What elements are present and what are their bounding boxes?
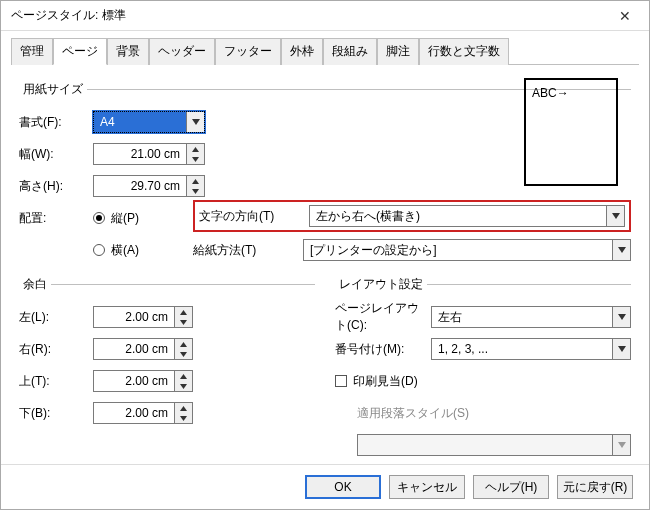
- width-label: 幅(W):: [19, 146, 83, 163]
- caret-down-icon[interactable]: [175, 349, 192, 359]
- tab-管理[interactable]: 管理: [11, 38, 53, 65]
- text-direction-highlight: 文字の方向(T) 左から右へ(横書き): [193, 200, 631, 232]
- margin-top-label: 上(T):: [19, 373, 83, 390]
- group-margins-legend: 余白: [19, 276, 51, 293]
- width-value: 21.00 cm: [94, 147, 186, 161]
- margin-bottom-value: 2.00 cm: [94, 406, 174, 420]
- tab-脚注[interactable]: 脚注: [377, 38, 419, 65]
- margin-right-value: 2.00 cm: [94, 342, 174, 356]
- caret-up-icon[interactable]: [175, 307, 192, 317]
- caret-down-icon[interactable]: [175, 381, 192, 391]
- width-spin[interactable]: 21.00 cm: [93, 143, 205, 165]
- spin-buttons: [174, 371, 192, 391]
- format-combo[interactable]: A4: [93, 111, 205, 133]
- spin-buttons: [174, 339, 192, 359]
- tab-行数と文字数[interactable]: 行数と文字数: [419, 38, 509, 65]
- reset-button[interactable]: 元に戻す(R): [557, 475, 633, 499]
- page-preview: ABC→: [524, 78, 618, 186]
- caret-up-icon[interactable]: [187, 144, 204, 154]
- tab-外枠[interactable]: 外枠: [281, 38, 323, 65]
- caret-down-icon[interactable]: [175, 413, 192, 423]
- numbering-label: 番号付け(M):: [335, 341, 421, 358]
- caret-down-icon[interactable]: [187, 186, 204, 196]
- radio-icon: [93, 244, 105, 256]
- margin-right-label: 右(R):: [19, 341, 83, 358]
- caret-up-icon[interactable]: [187, 176, 204, 186]
- chevron-down-icon: [186, 112, 204, 132]
- preview-text: ABC→: [532, 86, 569, 100]
- format-value: A4: [94, 115, 186, 129]
- reset-label: 元に戻す(R): [563, 479, 628, 496]
- margin-right-spin[interactable]: 2.00 cm: [93, 338, 193, 360]
- group-layout-legend: レイアウト設定: [335, 276, 427, 293]
- chevron-down-icon: [612, 339, 630, 359]
- tab-ヘッダー[interactable]: ヘッダー: [149, 38, 215, 65]
- papersrc-label: 給紙方法(T): [193, 242, 293, 259]
- checkbox-icon: [335, 375, 347, 387]
- caret-up-icon[interactable]: [175, 339, 192, 349]
- chevron-down-icon: [606, 206, 624, 226]
- caret-down-icon[interactable]: [187, 154, 204, 164]
- textdir-label: 文字の方向(T): [199, 208, 299, 225]
- spin-buttons: [186, 144, 204, 164]
- tab-段組み[interactable]: 段組み: [323, 38, 377, 65]
- cancel-button[interactable]: キャンセル: [389, 475, 465, 499]
- orient-landscape-radio[interactable]: 横(A): [93, 242, 139, 259]
- height-value: 29.70 cm: [94, 179, 186, 193]
- dialog-footer: OK キャンセル ヘルプ(H) 元に戻す(R): [1, 464, 649, 509]
- height-label: 高さ(H):: [19, 178, 83, 195]
- margin-bottom-label: 下(B):: [19, 405, 83, 422]
- help-button[interactable]: ヘルプ(H): [473, 475, 549, 499]
- close-icon[interactable]: ✕: [611, 4, 639, 28]
- orient-label: 配置:: [19, 210, 83, 227]
- chevron-down-icon: [612, 435, 630, 455]
- tab-フッター[interactable]: フッター: [215, 38, 281, 65]
- tab-strip: 管理ページ背景ヘッダーフッター外枠段組み脚注行数と文字数: [1, 31, 649, 64]
- caret-up-icon[interactable]: [175, 371, 192, 381]
- height-spin[interactable]: 29.70 cm: [93, 175, 205, 197]
- ok-button[interactable]: OK: [305, 475, 381, 499]
- tab-背景[interactable]: 背景: [107, 38, 149, 65]
- caret-down-icon[interactable]: [175, 317, 192, 327]
- orient-portrait-text: 縦(P): [111, 210, 139, 227]
- group-margins: 余白 左(L): 2.00 cm 右(R):: [19, 276, 315, 429]
- caret-up-icon[interactable]: [175, 403, 192, 413]
- refstyle-combo: [357, 434, 631, 456]
- dialog-window: ページスタイル: 標準 ✕ 管理ページ背景ヘッダーフッター外枠段組み脚注行数と文…: [0, 0, 650, 510]
- textdir-value: 左から右へ(横書き): [310, 208, 606, 225]
- refstyle-label: 適用段落スタイル(S): [357, 405, 469, 422]
- cancel-label: キャンセル: [397, 479, 457, 496]
- register-label: 印刷見当(D): [353, 373, 418, 390]
- papersrc-combo[interactable]: [プリンターの設定から]: [303, 239, 631, 261]
- tab-ページ[interactable]: ページ: [53, 38, 107, 65]
- margin-left-label: 左(L):: [19, 309, 83, 326]
- group-layout: レイアウト設定 ページレイアウト(C): 左右 番号付け(M): 1, 2, 3…: [335, 276, 631, 461]
- margin-top-value: 2.00 cm: [94, 374, 174, 388]
- group-paper-legend: 用紙サイズ: [19, 81, 87, 98]
- spin-buttons: [186, 176, 204, 196]
- margin-left-spin[interactable]: 2.00 cm: [93, 306, 193, 328]
- numbering-combo[interactable]: 1, 2, 3, ...: [431, 338, 631, 360]
- margin-left-value: 2.00 cm: [94, 310, 174, 324]
- margin-top-spin[interactable]: 2.00 cm: [93, 370, 193, 392]
- numbering-value: 1, 2, 3, ...: [432, 342, 612, 356]
- pagelayout-value: 左右: [432, 309, 612, 326]
- pagelayout-combo[interactable]: 左右: [431, 306, 631, 328]
- ok-label: OK: [334, 480, 351, 494]
- format-label: 書式(F):: [19, 114, 83, 131]
- chevron-down-icon: [612, 240, 630, 260]
- textdir-combo[interactable]: 左から右へ(横書き): [309, 205, 625, 227]
- orient-landscape-text: 横(A): [111, 242, 139, 259]
- radio-icon: [93, 212, 105, 224]
- help-label: ヘルプ(H): [485, 479, 538, 496]
- spin-buttons: [174, 307, 192, 327]
- margin-bottom-spin[interactable]: 2.00 cm: [93, 402, 193, 424]
- pagelayout-label: ページレイアウト(C):: [335, 300, 421, 334]
- dialog-title: ページスタイル: 標準: [11, 7, 126, 24]
- register-checkbox[interactable]: 印刷見当(D): [335, 373, 418, 390]
- spin-buttons: [174, 403, 192, 423]
- orient-portrait-radio[interactable]: 縦(P): [93, 210, 139, 227]
- page-panel: ABC→ 用紙サイズ 書式(F): A4 幅(W): 21.00 cm: [1, 65, 649, 464]
- titlebar: ページスタイル: 標準 ✕: [1, 1, 649, 31]
- chevron-down-icon: [612, 307, 630, 327]
